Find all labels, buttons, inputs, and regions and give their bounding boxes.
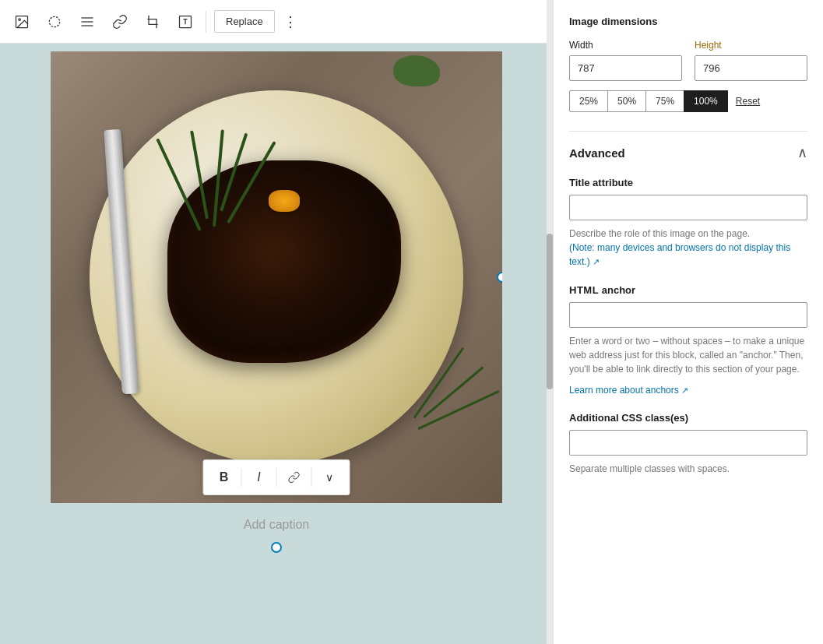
html-anchor-label: HTML anchor: [569, 284, 807, 296]
pct-100-button[interactable]: 100%: [684, 90, 728, 112]
title-help-link-text: (Note: many devices and browsers do not …: [569, 242, 790, 267]
resize-handle-bottom[interactable]: [271, 542, 282, 553]
top-garnish: [393, 55, 440, 86]
svg-point-2: [49, 16, 59, 26]
title-help-link[interactable]: (Note: many devices and browsers do not …: [569, 242, 790, 267]
more-text-options-button[interactable]: ∨: [315, 463, 343, 491]
reset-button[interactable]: Reset: [728, 91, 768, 111]
italic-button[interactable]: I: [245, 463, 273, 491]
width-input[interactable]: [569, 55, 682, 81]
caption-placeholder[interactable]: Add caption: [244, 518, 310, 531]
rosemary-sprig-3: [213, 129, 224, 227]
image-dimensions-title: Image dimensions: [569, 16, 807, 27]
css-class-help: Separate multiple classes with spaces.: [569, 462, 807, 476]
settings-panel: Image dimensions Width Height 25% 50% 75…: [553, 0, 823, 644]
image-wrapper: B I ∨ Add caption: [51, 51, 502, 558]
align-icon: [79, 14, 95, 30]
title-attribute-input[interactable]: [569, 195, 807, 220]
image-tool-button[interactable]: [6, 6, 37, 37]
pct-25-button[interactable]: 25%: [569, 90, 608, 112]
percentage-row: 25% 50% 75% 100% Reset: [569, 90, 807, 112]
title-attribute-field: Title attribute Describe the role of thi…: [569, 177, 807, 269]
html-anchor-field: HTML anchor Enter a word or two – withou…: [569, 284, 807, 396]
editor-panel: Replace ⋮: [0, 0, 553, 644]
height-label: Height: [695, 40, 807, 51]
svg-point-1: [19, 18, 20, 19]
title-help-text: Describe the role of this image on the p…: [569, 228, 750, 239]
steak-butter: [269, 190, 300, 212]
text-toolbar-divider-1: [241, 468, 242, 487]
title-attribute-label: Title attribute: [569, 177, 807, 188]
link-icon: [112, 14, 128, 30]
image-icon: [14, 14, 30, 30]
learn-more-anchors-link[interactable]: Learn more about anchors ↗: [569, 385, 688, 396]
scrollbar[interactable]: [547, 0, 553, 644]
inline-link-button[interactable]: [280, 463, 308, 491]
image-editor-area: B I ∨ Add caption: [0, 44, 553, 644]
lasso-tool-button[interactable]: [39, 6, 70, 37]
text-toolbar-divider-2: [276, 468, 277, 487]
advanced-header[interactable]: Advanced ∧: [569, 144, 807, 161]
lasso-icon: [47, 14, 62, 30]
html-anchor-input[interactable]: [569, 302, 807, 328]
link-icon-small: [288, 471, 301, 484]
css-class-label: Additional CSS class(es): [569, 412, 807, 424]
link-tool-button[interactable]: [104, 6, 135, 37]
crop-tool-button[interactable]: [137, 6, 168, 37]
text-toolbar-divider-3: [311, 468, 312, 487]
text-tool-button[interactable]: [170, 6, 201, 37]
text-icon: [178, 14, 193, 30]
css-class-field: Additional CSS class(es) Separate multip…: [569, 412, 807, 476]
external-link-icon-1: ↗: [593, 257, 600, 266]
pct-75-button[interactable]: 75%: [645, 90, 684, 112]
external-link-icon-2: ↗: [681, 385, 688, 395]
pct-50-button[interactable]: 50%: [607, 90, 646, 112]
align-tool-button[interactable]: [72, 6, 103, 37]
rosemary-top: [199, 129, 230, 231]
chevron-up-icon: ∧: [797, 144, 807, 161]
learn-more-label: Learn more about anchors: [569, 385, 679, 396]
more-options-button[interactable]: ⋮: [276, 8, 304, 36]
advanced-title: Advanced: [569, 146, 625, 160]
bottom-dot-container: [51, 542, 502, 558]
html-anchor-help-text: Enter a word or two – without spaces – t…: [569, 336, 804, 375]
html-anchor-label-text: anchor: [602, 284, 635, 296]
bold-button[interactable]: B: [210, 463, 238, 491]
image-toolbar: Replace ⋮: [0, 0, 553, 44]
css-class-input[interactable]: [569, 430, 807, 456]
scroll-thumb[interactable]: [547, 234, 553, 389]
advanced-section: Advanced ∧ Title attribute Describe the …: [569, 131, 807, 476]
height-input[interactable]: [695, 55, 807, 81]
crop-icon: [145, 14, 160, 30]
resize-handle-right[interactable]: [497, 272, 502, 283]
dimensions-row: Width Height: [569, 40, 807, 81]
html-anchor-help: Enter a word or two – without spaces – t…: [569, 334, 807, 376]
css-class-help-text: Separate multiple classes with spaces.: [569, 463, 730, 474]
title-attribute-help: Describe the role of this image on the p…: [569, 227, 807, 269]
image-dimensions-section: Image dimensions Width Height 25% 50% 75…: [569, 16, 807, 112]
replace-button[interactable]: Replace: [214, 10, 275, 33]
caption-bar: Add caption: [51, 503, 502, 542]
height-field: Height: [695, 40, 807, 81]
steak-photo[interactable]: [51, 51, 502, 503]
text-format-toolbar: B I ∨: [203, 459, 350, 495]
width-label: Width: [569, 40, 682, 51]
width-field: Width: [569, 40, 682, 81]
toolbar-divider: [206, 11, 206, 33]
